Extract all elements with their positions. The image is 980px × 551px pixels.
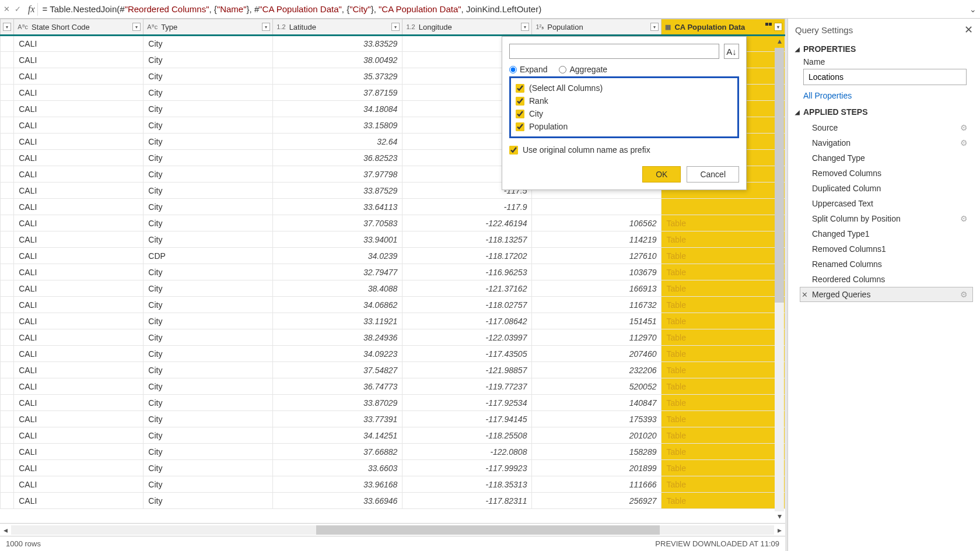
chevron-down-icon[interactable]: ▾ xyxy=(650,23,659,31)
table-row[interactable]: CALICity32.79477-116.96253103679Table xyxy=(1,264,785,280)
fx-icon[interactable]: fx xyxy=(26,3,38,16)
label-rank: Rank xyxy=(529,96,548,106)
row-selector-header[interactable]: ▾ xyxy=(1,19,14,36)
checkbox-city[interactable] xyxy=(516,110,524,118)
scroll-right-icon[interactable]: ▸ xyxy=(778,525,782,535)
vertical-scrollbar[interactable]: ▴ ▾ xyxy=(774,36,785,523)
column-header-type[interactable]: AᴮcType▾ xyxy=(144,19,273,36)
delete-step-icon[interactable]: ✕ xyxy=(802,290,808,299)
applied-step[interactable]: Removed Columns1 xyxy=(800,241,973,257)
applied-step[interactable]: Removed Columns xyxy=(800,166,973,181)
text-type-icon: Aᴮc xyxy=(147,23,158,31)
columns-selection-box: (Select All Columns) Rank City Populatio… xyxy=(509,76,739,138)
table-row[interactable]: CALICity33.87029-117.92534140847Table xyxy=(1,395,785,411)
all-properties-link[interactable]: All Properties xyxy=(803,91,973,100)
applied-step[interactable]: Changed Type1 xyxy=(800,226,973,241)
table-row[interactable]: CALICity37.66882-122.0808158289Table xyxy=(1,444,785,460)
radio-expand[interactable]: Expand xyxy=(509,65,547,74)
expand-column-icon[interactable] xyxy=(765,23,772,26)
table-row[interactable]: CALICity34.14251-118.25508201020Table xyxy=(1,427,785,444)
applied-step[interactable]: Uppercased Text xyxy=(800,196,973,211)
data-grid[interactable]: ▾ AᴮcState Short Code▾ AᴮcType▾ 1.2Latit… xyxy=(0,19,785,523)
column-header-population[interactable]: 1²₃Population▾ xyxy=(532,19,662,36)
radio-aggregate[interactable]: Aggregate xyxy=(559,65,607,74)
checkbox-use-prefix[interactable] xyxy=(509,146,518,155)
table-row[interactable]: CALICity37.70583-122.46194106562Table xyxy=(1,215,785,231)
table-row[interactable]: CALICity33.94001-118.13257114219Table xyxy=(1,231,785,248)
label-select-all: (Select All Columns) xyxy=(529,83,603,93)
table-row[interactable]: CALICity33.64113-117.9 xyxy=(1,199,785,215)
chevron-down-icon[interactable]: ▾ xyxy=(262,23,270,31)
label-use-prefix: Use original column name as prefix xyxy=(523,145,650,155)
table-row[interactable]: CALICity38.4088-121.37162166913Table xyxy=(1,280,785,297)
formula-bar: ✕ ✓ fx = Table.NestedJoin(#"Reordered Co… xyxy=(0,0,980,19)
label-city: City xyxy=(529,109,543,118)
close-icon[interactable]: ✕ xyxy=(964,23,973,36)
sort-columns-button[interactable]: A↓ xyxy=(724,44,739,59)
name-label: Name xyxy=(803,57,973,66)
cancel-formula-icon[interactable]: ✕ xyxy=(4,5,10,13)
applied-step[interactable]: Navigation⚙ xyxy=(800,135,973,150)
gear-icon[interactable]: ⚙ xyxy=(960,290,968,299)
applied-step[interactable]: Reordered Columns xyxy=(800,272,973,287)
checkbox-rank[interactable] xyxy=(516,97,524,106)
table-row[interactable]: CALICity38.24936-122.03997112970Table xyxy=(1,329,785,346)
table-row[interactable]: CALICity33.96168-118.35313111666Table xyxy=(1,476,785,493)
applied-steps-heading[interactable]: ◢APPLIED STEPS xyxy=(795,107,973,117)
table-row[interactable]: CALICity34.06862-118.02757116732Table xyxy=(1,297,785,313)
search-columns-input[interactable] xyxy=(509,44,719,59)
formula-text[interactable]: = Table.NestedJoin(#"Reordered Columns",… xyxy=(43,4,965,14)
status-bar: 1000 rows PREVIEW DOWNLOADED AT 11:09 xyxy=(0,536,785,551)
whole-number-type-icon: 1²₃ xyxy=(536,23,544,31)
expand-formula-icon[interactable]: ⌄ xyxy=(970,5,977,14)
scroll-up-icon[interactable]: ▴ xyxy=(778,36,782,48)
column-header-longitude[interactable]: 1.2Longitude▾ xyxy=(402,19,532,36)
text-type-icon: Aᴮc xyxy=(18,23,28,31)
table-row[interactable]: CALICity37.54827-121.98857232206Table xyxy=(1,362,785,378)
table-row[interactable]: CALICity33.77391-117.94145175393Table xyxy=(1,411,785,427)
gear-icon[interactable]: ⚙ xyxy=(960,138,968,148)
applied-step[interactable]: Changed Type xyxy=(800,150,973,166)
decimal-type-icon: 1.2 xyxy=(406,23,415,30)
chevron-down-icon[interactable]: ▾ xyxy=(391,23,400,31)
chevron-down-icon[interactable]: ▾ xyxy=(3,23,11,31)
table-row[interactable]: CALICity33.11921-117.08642151451Table xyxy=(1,313,785,329)
gear-icon[interactable]: ⚙ xyxy=(960,214,968,223)
applied-step[interactable]: Source⚙ xyxy=(800,120,973,135)
column-header-state[interactable]: AᴮcState Short Code▾ xyxy=(14,19,144,36)
table-row[interactable]: CALICity33.6603-117.99923201899Table xyxy=(1,460,785,476)
chevron-down-icon[interactable]: ▾ xyxy=(521,23,529,31)
checkbox-select-all[interactable] xyxy=(516,84,524,93)
table-row[interactable]: CALICity33.66946-117.82311256927Table xyxy=(1,493,785,509)
query-settings-panel: Query Settings ✕ ◢PROPERTIES Name All Pr… xyxy=(788,19,980,551)
checkbox-population[interactable] xyxy=(516,122,524,131)
table-type-icon: ▦ xyxy=(665,23,671,31)
scroll-down-icon[interactable]: ▾ xyxy=(778,511,782,523)
label-population: Population xyxy=(529,122,568,131)
applied-step[interactable]: Renamed Columns xyxy=(800,257,973,272)
cancel-button[interactable]: Cancel xyxy=(687,166,739,183)
applied-step[interactable]: Split Column by Position⚙ xyxy=(800,211,973,226)
ok-button[interactable]: OK xyxy=(642,166,681,183)
commit-formula-icon[interactable]: ✓ xyxy=(15,5,21,13)
chevron-down-icon[interactable]: ▾ xyxy=(132,23,141,31)
decimal-type-icon: 1.2 xyxy=(276,23,285,30)
column-header-latitude[interactable]: 1.2Latitude▾ xyxy=(273,19,402,36)
row-count: 1000 rows xyxy=(6,539,41,548)
column-header-ca-population-data[interactable]: ▦CA Population Data▾ xyxy=(662,19,785,36)
query-settings-title: Query Settings xyxy=(795,25,853,35)
query-name-input[interactable] xyxy=(803,69,967,85)
preview-time: PREVIEW DOWNLOADED AT 11:09 xyxy=(655,539,779,548)
expand-columns-popup: A↓ Expand Aggregate (Select All Columns)… xyxy=(502,36,747,190)
properties-heading[interactable]: ◢PROPERTIES xyxy=(795,44,973,54)
horizontal-scrollbar[interactable]: ◂ ▸ xyxy=(0,523,785,536)
chevron-down-icon[interactable]: ▾ xyxy=(774,23,782,31)
gear-icon[interactable]: ⚙ xyxy=(960,123,968,132)
applied-step[interactable]: ✕Merged Queries⚙ xyxy=(800,287,973,302)
table-row[interactable]: CALICity34.09223-117.43505207460Table xyxy=(1,346,785,362)
table-row[interactable]: CALICDP34.0239-118.17202127610Table xyxy=(1,248,785,264)
scroll-left-icon[interactable]: ◂ xyxy=(4,525,8,535)
applied-step[interactable]: Duplicated Column xyxy=(800,181,973,196)
table-row[interactable]: CALICity36.74773-119.77237520052Table xyxy=(1,378,785,395)
